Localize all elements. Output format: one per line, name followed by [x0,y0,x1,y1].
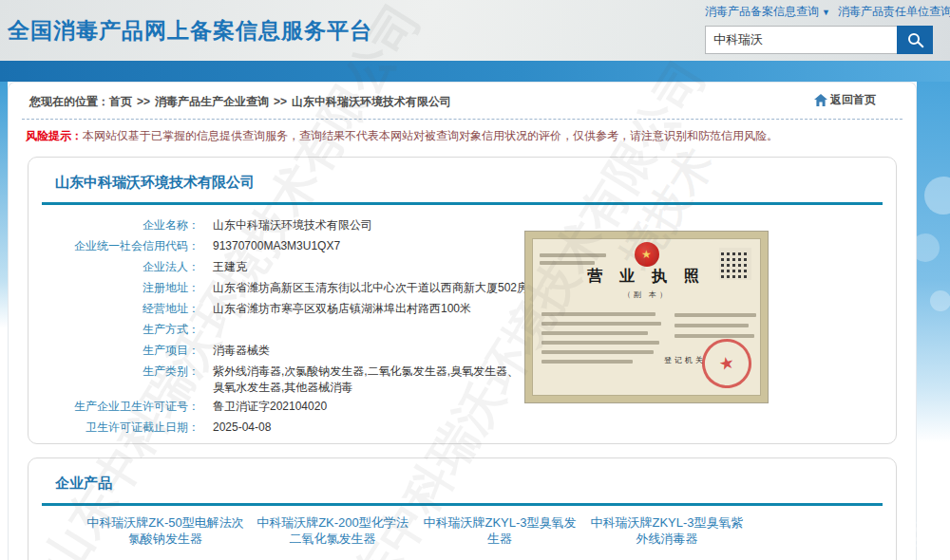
right-side-background [917,82,950,442]
field-label: 生产方式： [28,319,200,340]
product-link[interactable]: 中科瑞沃牌ZKYL-3型臭氧紫外线消毒器 [587,514,747,547]
top-links: 消毒产品备案信息查询▼消毒产品责任单位查询 [705,4,933,20]
field-label: 企业统一社会信用代码： [28,235,200,256]
breadcrumb-prefix: 您现在的位置： [29,95,109,108]
header-divider-bar [0,61,950,82]
breadcrumb-separator: >> [274,95,287,108]
products-card: 企业产品 中科瑞沃牌ZK-50型电解法次氯酸钠发生器 中科瑞沃牌ZK-200型化… [28,457,897,560]
field-label: 注册地址： [28,277,200,298]
risk-tip-text: 本网站仅基于已掌握的信息提供查询服务，查询结果不代表本网站对被查询对象信用状况的… [83,129,778,142]
risk-tip-prefix: 风险提示： [26,129,83,142]
license-right-textlines [674,307,760,345]
header-right: 消毒产品备案信息查询▼消毒产品责任单位查询 [705,4,933,54]
field-value: 紫外线消毒器,次氯酸钠发生器,二氧化氯发生器,臭氧发生器、臭氧水发生器,其他器械… [200,361,526,396]
product-link[interactable]: 中科瑞沃牌ZK-50型电解法次氯酸钠发生器 [86,514,245,547]
top-header: 全国消毒产品网上备案信息服务平台 消毒产品备案信息查询▼消毒产品责任单位查询 [0,0,950,61]
home-icon [814,94,827,106]
search-button[interactable] [897,26,933,54]
breadcrumb-separator: >> [137,95,150,108]
breadcrumb: 您现在的位置：首页>>消毒产品生产企业查询>>山东中科瑞沃环境技术有限公司 返回… [22,83,902,120]
field-value: 山东省潍坊高新区玉清东街以北中心次干道以西商新大厦502房间 [200,277,540,298]
field-label: 企业名称： [28,215,200,235]
license-left-textlines [542,307,663,369]
national-emblem-icon: ★ [635,242,659,267]
section-underline [42,202,883,205]
company-info-card: 山东中科瑞沃环境技术有限公司 企业名称： 山东中科瑞沃环境技术有限公司 企业统一… [28,157,897,444]
field-value: 91370700MA3M3U1QX7 [200,235,340,256]
molecule-graphic [917,233,940,262]
field-label: 生产企业卫生许可证号： [28,396,200,417]
field-label: 经营地址： [28,298,200,319]
field-label: 卫生许可证截止日期： [28,417,200,438]
main-panel: 您现在的位置：首页>>消毒产品生产企业查询>>山东中科瑞沃环境技术有限公司 返回… [8,82,917,560]
field-label: 生产项目： [28,340,200,361]
risk-tip: 风险提示：本网站仅基于已掌握的信息提供查询服务，查询结果不代表本网站对被查询对象… [9,120,916,149]
product-list: 中科瑞沃牌ZK-50型电解法次氯酸钠发生器 中科瑞沃牌ZK-200型化学法二氧化… [28,506,896,547]
field-value: 鲁卫消证字202104020 [200,396,327,417]
left-side-background [0,82,8,328]
license-header-textlines [540,250,608,269]
field-value: 山东中科瑞沃环境技术有限公司 [200,215,372,235]
field-value: 王建克 [200,256,247,277]
field-value: 山东省潍坊市寒亭区双杨店镇湖淋埠出村路西100米 [200,298,471,319]
breadcrumb-home-link[interactable]: 首页 [109,95,132,108]
breadcrumb-current-page: 山东中科瑞沃环境技术有限公司 [292,95,451,108]
breadcrumb-enterprise-query-link[interactable]: 消毒产品生产企业查询 [155,95,269,108]
product-link[interactable]: 中科瑞沃牌ZKYL-3型臭氧发生器 [420,514,580,547]
nav-link-responsible-unit-query[interactable]: 消毒产品责任单位查询 [838,5,950,18]
company-title: 山东中科瑞沃环境技术有限公司 [28,158,896,202]
molecule-graphic [930,290,950,311]
back-home-link[interactable]: 返回首页 [814,92,876,108]
field-value: 消毒器械类 [200,340,270,361]
field-value: 2025-04-08 [200,417,271,438]
search-input[interactable] [705,26,897,54]
product-link[interactable]: 中科瑞沃牌ZK-200型化学法二氧化氯发生器 [253,514,412,547]
site-title: 全国消毒产品网上备案信息服务平台 [8,16,372,46]
field-value [200,319,213,340]
chevron-down-icon[interactable]: ▼ [822,8,830,17]
license-registrar-label: 登记机关 [664,355,706,365]
page: 全国消毒产品网上备案信息服务平台 消毒产品备案信息查询▼消毒产品责任单位查询 您… [0,0,950,560]
qr-code [719,248,751,280]
products-title: 企业产品 [28,458,896,503]
search-bar [705,26,933,54]
molecule-graphic [924,177,950,215]
field-label: 生产类别： [28,361,200,396]
business-license-image: ★ 营 业 执 照 （副 本） [525,232,768,402]
search-icon [908,33,920,45]
field-row-license-expiry-date: 卫生许可证截止日期： 2025-04-08 [28,417,896,438]
back-home-label: 返回首页 [830,92,876,108]
field-label: 企业法人： [28,256,200,277]
license-subtitle: （副 本） [532,289,761,300]
nav-link-filing-info-query[interactable]: 消毒产品备案信息查询 [705,5,819,18]
